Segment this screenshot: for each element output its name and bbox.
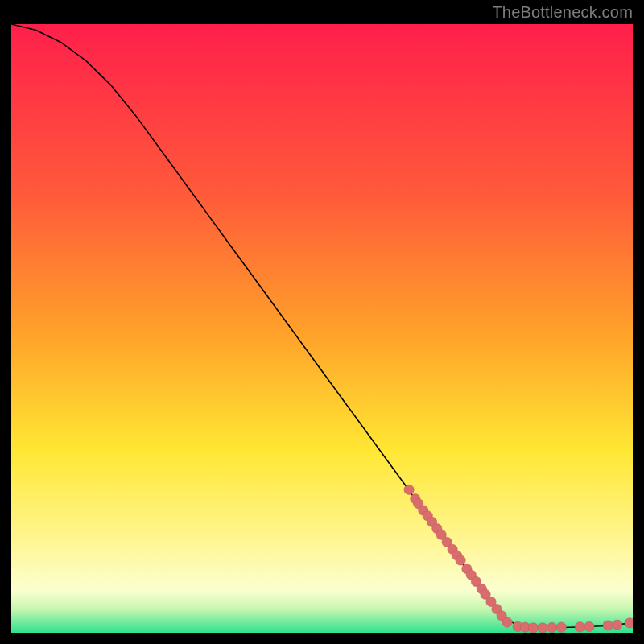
data-point	[538, 623, 547, 633]
data-point	[547, 622, 556, 632]
data-point	[575, 622, 584, 632]
data-point	[556, 622, 566, 632]
data-point	[502, 617, 512, 627]
watermark-label: TheBottleneck.com	[492, 3, 633, 22]
bottleneck-chart	[11, 24, 633, 633]
data-point	[456, 555, 465, 565]
data-point	[603, 621, 613, 630]
data-point	[584, 621, 594, 631]
gradient-background	[11, 24, 633, 633]
chart-container: TheBottleneck.com	[0, 0, 644, 644]
data-point	[625, 618, 633, 628]
data-point	[404, 485, 414, 494]
data-point	[613, 620, 622, 630]
data-point	[528, 623, 538, 633]
